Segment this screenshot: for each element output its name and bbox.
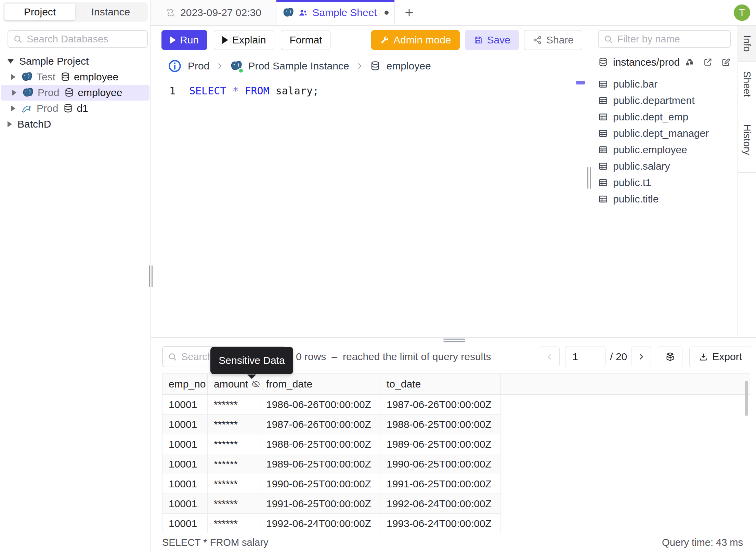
table-list-item[interactable]: public.dept_emp: [591, 109, 738, 125]
play-icon: [222, 36, 228, 44]
user-avatar[interactable]: T: [734, 4, 750, 21]
table-list-item[interactable]: public.employee: [591, 142, 738, 158]
table-row[interactable]: 10001******1992-06-24T00:00:00Z1993-06-2…: [162, 514, 501, 534]
tab-info[interactable]: Info: [738, 26, 756, 62]
column-header-from-date[interactable]: from_date: [260, 374, 380, 394]
table-icon: [598, 178, 608, 188]
table-list-item[interactable]: public.salary: [591, 158, 738, 174]
column-header-emp-no[interactable]: emp_no: [162, 374, 208, 394]
tree-item-sample-project[interactable]: Sample Project: [0, 53, 151, 69]
prev-page-button[interactable]: [540, 346, 560, 367]
external-link-icon[interactable]: [703, 57, 713, 67]
breadcrumb-database[interactable]: employee: [387, 60, 431, 72]
table-row[interactable]: 10001******1987-06-26T00:00:00Z1988-06-2…: [162, 415, 501, 434]
sql-keyword: SELECT: [189, 85, 226, 97]
sql-keyword: FROM: [245, 85, 269, 97]
table-cell: ******: [208, 474, 260, 494]
tree-item-test-employee[interactable]: Test employee: [0, 69, 151, 85]
tab-history[interactable]: History: [738, 107, 756, 173]
table-list-item[interactable]: public.t1: [591, 174, 738, 191]
schema-diagram-icon[interactable]: [685, 57, 694, 67]
sql-editor-window: Project Instance Sample Project Test: [0, 0, 756, 552]
export-label: Export: [712, 351, 742, 363]
page-number-input[interactable]: [565, 346, 605, 367]
table-cell: ******: [208, 415, 260, 434]
caret-right-icon[interactable]: [8, 121, 12, 127]
save-icon: [473, 35, 483, 45]
explain-label: Explain: [232, 34, 266, 46]
filter-by-name-input[interactable]: [617, 34, 725, 45]
postgres-icon: [22, 87, 34, 98]
sheet-tab-label: 2023-09-27 02:30: [180, 7, 261, 18]
explain-button[interactable]: Explain: [214, 30, 274, 50]
caret-down-icon[interactable]: [8, 59, 14, 64]
new-sheet-button[interactable]: [403, 6, 415, 19]
tree-item-prod-employee-selected[interactable]: Prod employee: [1, 85, 149, 101]
table-icon: [598, 128, 608, 139]
table-cell: 1993-06-24T00:00:00Z: [380, 514, 501, 533]
schema-panel: instances/prod public.bar public.departm…: [591, 26, 738, 337]
table-cell: 1990-06-25T00:00:00Z: [260, 474, 380, 494]
share-icon: [533, 35, 542, 45]
admin-mode-button[interactable]: Admin mode: [371, 30, 459, 50]
table-list: public.bar public.department public.dept…: [591, 76, 738, 207]
results-panel: 0 rows – reached the limit of query resu…: [151, 337, 756, 533]
column-header-to-date[interactable]: to_date: [380, 374, 501, 394]
format-button[interactable]: Format: [281, 30, 330, 50]
table-name: public.employee: [613, 144, 687, 156]
sql-editor[interactable]: 1 SELECT * FROM salary;: [151, 79, 589, 337]
table-cell: 1988-06-25T00:00:00Z: [380, 415, 501, 434]
edit-icon[interactable]: [721, 57, 731, 67]
table-filter[interactable]: [598, 30, 731, 48]
tree-item-prod-d1[interactable]: Prod d1: [0, 101, 151, 116]
table-cell: ******: [208, 434, 260, 454]
connection-row: instances/prod: [591, 54, 738, 70]
project-label: Sample Project: [19, 55, 89, 67]
sidebar-tab-switcher: Project Instance: [3, 2, 148, 22]
table-cell: 1992-06-24T00:00:00Z: [260, 514, 380, 533]
results-scrollbar[interactable]: [745, 381, 748, 416]
tree-item-batchd[interactable]: BatchD: [0, 116, 151, 132]
table-list-item[interactable]: public.department: [591, 92, 738, 109]
table-icon: [598, 161, 608, 171]
database-icon: [60, 72, 70, 82]
run-button[interactable]: Run: [161, 30, 207, 50]
connection-breadcrumb: Prod Prod Sample Instance employee: [151, 55, 431, 77]
cube-icon-button[interactable]: [658, 346, 682, 367]
sheet-tab-timestamp[interactable]: 2023-09-27 02:30: [151, 0, 276, 25]
info-icon[interactable]: [168, 59, 182, 73]
tab-project[interactable]: Project: [4, 4, 75, 20]
caret-right-icon[interactable]: [11, 74, 15, 80]
table-list-item[interactable]: public.title: [591, 191, 738, 207]
caret-right-icon[interactable]: [11, 105, 15, 111]
pagination: / 20 Export: [540, 346, 751, 367]
tab-sheet[interactable]: Sheet: [738, 62, 756, 107]
table-icon: [598, 112, 608, 122]
results-resize-handle[interactable]: [443, 339, 465, 344]
database-search[interactable]: [8, 30, 148, 48]
sheet-tab-sample-sheet-active[interactable]: Sample Sheet: [276, 0, 395, 25]
table-list-item[interactable]: public.bar: [591, 76, 738, 92]
table-row[interactable]: 10001******1986-06-26T00:00:00Z1987-06-2…: [162, 395, 501, 415]
table-name: public.salary: [613, 160, 670, 172]
search-databases-input[interactable]: [27, 34, 142, 45]
table-cell: 10001: [162, 474, 208, 494]
next-page-button[interactable]: [631, 346, 651, 367]
caret-right-icon[interactable]: [12, 90, 16, 96]
table-row[interactable]: 10001******1989-06-25T00:00:00Z1990-06-2…: [162, 454, 501, 474]
share-button[interactable]: Share: [524, 30, 582, 50]
tab-instance[interactable]: Instance: [75, 4, 146, 20]
table-cell: ******: [208, 395, 260, 414]
table-row[interactable]: 10001******1990-06-25T00:00:00Z1991-06-2…: [162, 474, 501, 494]
postgres-icon: [21, 71, 32, 83]
export-button[interactable]: Export: [689, 346, 751, 367]
left-resize-handle[interactable]: [148, 265, 154, 287]
table-cell: 1992-06-24T00:00:00Z: [380, 494, 501, 513]
sheet-tab-bar: 2023-09-27 02:30 Sample Sheet: [151, 0, 756, 26]
table-row[interactable]: 10001******1988-06-25T00:00:00Z1989-06-2…: [162, 434, 501, 454]
breadcrumb-instance[interactable]: Prod Sample Instance: [248, 60, 349, 72]
table-row[interactable]: 10001******1991-06-25T00:00:00Z1992-06-2…: [162, 494, 501, 514]
table-list-item[interactable]: public.dept_manager: [591, 125, 738, 142]
save-button[interactable]: Save: [465, 30, 519, 50]
breadcrumb-environment[interactable]: Prod: [188, 60, 209, 72]
